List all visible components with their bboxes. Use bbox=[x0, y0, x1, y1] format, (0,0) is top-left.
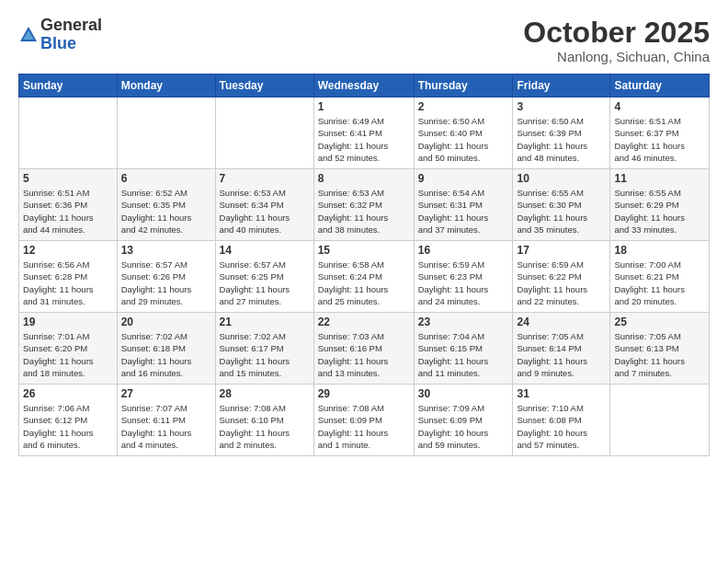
calendar-cell: 31Sunrise: 7:10 AM Sunset: 6:08 PM Dayli… bbox=[513, 385, 610, 456]
day-number: 14 bbox=[220, 244, 310, 257]
day-number: 28 bbox=[220, 387, 310, 400]
day-number: 12 bbox=[23, 244, 113, 257]
calendar-cell: 14Sunrise: 6:57 AM Sunset: 6:25 PM Dayli… bbox=[215, 241, 313, 313]
calendar-cell: 30Sunrise: 7:09 AM Sunset: 6:09 PM Dayli… bbox=[414, 385, 513, 456]
day-info: Sunrise: 6:49 AM Sunset: 6:41 PM Dayligh… bbox=[318, 115, 410, 164]
calendar-cell bbox=[215, 98, 313, 169]
day-number: 29 bbox=[318, 387, 410, 400]
calendar-cell: 4Sunrise: 6:51 AM Sunset: 6:37 PM Daylig… bbox=[610, 98, 710, 169]
day-info: Sunrise: 6:51 AM Sunset: 6:37 PM Dayligh… bbox=[614, 115, 705, 164]
day-number: 24 bbox=[517, 316, 606, 328]
logo: General Blue bbox=[18, 17, 102, 53]
calendar-cell: 29Sunrise: 7:08 AM Sunset: 6:09 PM Dayli… bbox=[313, 385, 414, 456]
calendar-cell: 8Sunrise: 6:53 AM Sunset: 6:32 PM Daylig… bbox=[313, 169, 414, 241]
calendar-cell: 15Sunrise: 6:58 AM Sunset: 6:24 PM Dayli… bbox=[313, 241, 414, 313]
day-info: Sunrise: 6:53 AM Sunset: 6:32 PM Dayligh… bbox=[318, 187, 410, 236]
day-number: 9 bbox=[418, 172, 509, 185]
day-info: Sunrise: 6:52 AM Sunset: 6:35 PM Dayligh… bbox=[121, 187, 211, 236]
day-number: 31 bbox=[517, 387, 606, 400]
weekday-monday: Monday bbox=[117, 75, 215, 98]
day-info: Sunrise: 6:57 AM Sunset: 6:26 PM Dayligh… bbox=[121, 259, 211, 307]
day-info: Sunrise: 7:04 AM Sunset: 6:15 PM Dayligh… bbox=[418, 330, 509, 379]
day-info: Sunrise: 7:01 AM Sunset: 6:20 PM Dayligh… bbox=[23, 330, 113, 379]
logo-icon bbox=[18, 25, 39, 45]
day-info: Sunrise: 6:58 AM Sunset: 6:24 PM Dayligh… bbox=[318, 259, 410, 307]
calendar-cell: 10Sunrise: 6:55 AM Sunset: 6:30 PM Dayli… bbox=[513, 169, 610, 241]
weekday-saturday: Saturday bbox=[610, 75, 710, 98]
day-number: 10 bbox=[517, 172, 606, 185]
calendar-cell: 22Sunrise: 7:03 AM Sunset: 6:16 PM Dayli… bbox=[313, 313, 414, 385]
calendar-week-3: 12Sunrise: 6:56 AM Sunset: 6:28 PM Dayli… bbox=[19, 241, 710, 313]
calendar-week-1: 1Sunrise: 6:49 AM Sunset: 6:41 PM Daylig… bbox=[19, 98, 710, 169]
day-number: 8 bbox=[318, 172, 410, 185]
day-info: Sunrise: 7:03 AM Sunset: 6:16 PM Dayligh… bbox=[318, 330, 410, 379]
day-info: Sunrise: 7:02 AM Sunset: 6:18 PM Dayligh… bbox=[121, 330, 211, 379]
day-info: Sunrise: 6:55 AM Sunset: 6:29 PM Dayligh… bbox=[614, 187, 705, 236]
calendar-cell: 12Sunrise: 6:56 AM Sunset: 6:28 PM Dayli… bbox=[19, 241, 118, 313]
calendar-cell bbox=[117, 98, 215, 169]
calendar-cell: 9Sunrise: 6:54 AM Sunset: 6:31 PM Daylig… bbox=[414, 169, 513, 241]
day-number: 25 bbox=[614, 316, 705, 328]
day-info: Sunrise: 6:55 AM Sunset: 6:30 PM Dayligh… bbox=[517, 187, 606, 236]
calendar-week-4: 19Sunrise: 7:01 AM Sunset: 6:20 PM Dayli… bbox=[19, 313, 710, 385]
day-info: Sunrise: 7:05 AM Sunset: 6:13 PM Dayligh… bbox=[614, 330, 705, 379]
calendar-cell: 28Sunrise: 7:08 AM Sunset: 6:10 PM Dayli… bbox=[215, 385, 313, 456]
day-number: 19 bbox=[23, 316, 113, 328]
title-block: October 2025 Nanlong, Sichuan, China bbox=[523, 17, 710, 64]
day-info: Sunrise: 6:57 AM Sunset: 6:25 PM Dayligh… bbox=[220, 259, 310, 307]
day-number: 18 bbox=[614, 244, 705, 257]
day-number: 1 bbox=[318, 100, 410, 113]
calendar-cell: 13Sunrise: 6:57 AM Sunset: 6:26 PM Dayli… bbox=[117, 241, 215, 313]
calendar-cell: 24Sunrise: 7:05 AM Sunset: 6:14 PM Dayli… bbox=[513, 313, 610, 385]
calendar-cell: 17Sunrise: 6:59 AM Sunset: 6:22 PM Dayli… bbox=[513, 241, 610, 313]
day-info: Sunrise: 6:50 AM Sunset: 6:39 PM Dayligh… bbox=[517, 115, 606, 164]
day-number: 21 bbox=[220, 316, 310, 328]
calendar-cell: 19Sunrise: 7:01 AM Sunset: 6:20 PM Dayli… bbox=[19, 313, 118, 385]
day-number: 13 bbox=[121, 244, 211, 257]
day-number: 23 bbox=[418, 316, 509, 328]
location-title: Nanlong, Sichuan, China bbox=[523, 49, 710, 64]
calendar-cell: 20Sunrise: 7:02 AM Sunset: 6:18 PM Dayli… bbox=[117, 313, 215, 385]
calendar-cell: 18Sunrise: 7:00 AM Sunset: 6:21 PM Dayli… bbox=[610, 241, 710, 313]
day-info: Sunrise: 6:51 AM Sunset: 6:36 PM Dayligh… bbox=[23, 187, 113, 236]
calendar-cell: 26Sunrise: 7:06 AM Sunset: 6:12 PM Dayli… bbox=[19, 385, 118, 456]
weekday-sunday: Sunday bbox=[19, 75, 118, 98]
day-info: Sunrise: 7:00 AM Sunset: 6:21 PM Dayligh… bbox=[614, 259, 705, 307]
day-info: Sunrise: 7:09 AM Sunset: 6:09 PM Dayligh… bbox=[418, 402, 509, 451]
day-number: 27 bbox=[121, 387, 211, 400]
day-number: 3 bbox=[517, 100, 606, 113]
day-info: Sunrise: 7:08 AM Sunset: 6:10 PM Dayligh… bbox=[220, 402, 310, 451]
calendar-cell bbox=[610, 385, 710, 456]
day-info: Sunrise: 7:07 AM Sunset: 6:11 PM Dayligh… bbox=[121, 402, 211, 451]
calendar-cell: 27Sunrise: 7:07 AM Sunset: 6:11 PM Dayli… bbox=[117, 385, 215, 456]
day-number: 16 bbox=[418, 244, 509, 257]
logo-text: General Blue bbox=[40, 17, 102, 53]
calendar-week-2: 5Sunrise: 6:51 AM Sunset: 6:36 PM Daylig… bbox=[19, 169, 710, 241]
weekday-friday: Friday bbox=[513, 75, 610, 98]
day-info: Sunrise: 6:59 AM Sunset: 6:23 PM Dayligh… bbox=[418, 259, 509, 307]
day-number: 15 bbox=[318, 244, 410, 257]
day-number: 20 bbox=[121, 316, 211, 328]
day-info: Sunrise: 6:56 AM Sunset: 6:28 PM Dayligh… bbox=[23, 259, 113, 307]
calendar-cell: 7Sunrise: 6:53 AM Sunset: 6:34 PM Daylig… bbox=[215, 169, 313, 241]
day-number: 30 bbox=[418, 387, 509, 400]
calendar-cell: 11Sunrise: 6:55 AM Sunset: 6:29 PM Dayli… bbox=[610, 169, 710, 241]
calendar-cell bbox=[19, 98, 118, 169]
weekday-thursday: Thursday bbox=[414, 75, 513, 98]
day-info: Sunrise: 6:59 AM Sunset: 6:22 PM Dayligh… bbox=[517, 259, 606, 307]
day-number: 5 bbox=[23, 172, 113, 185]
calendar-table: Sunday Monday Tuesday Wednesday Thursday… bbox=[18, 74, 710, 456]
day-info: Sunrise: 6:53 AM Sunset: 6:34 PM Dayligh… bbox=[220, 187, 310, 236]
day-number: 17 bbox=[517, 244, 606, 257]
day-info: Sunrise: 7:10 AM Sunset: 6:08 PM Dayligh… bbox=[517, 402, 606, 451]
day-number: 6 bbox=[121, 172, 211, 185]
calendar-week-5: 26Sunrise: 7:06 AM Sunset: 6:12 PM Dayli… bbox=[19, 385, 710, 456]
logo-blue: Blue bbox=[40, 35, 102, 53]
calendar-page: General Blue October 2025 Nanlong, Sichu… bbox=[0, 0, 728, 563]
day-info: Sunrise: 7:02 AM Sunset: 6:17 PM Dayligh… bbox=[220, 330, 310, 379]
day-number: 7 bbox=[220, 172, 310, 185]
day-info: Sunrise: 6:54 AM Sunset: 6:31 PM Dayligh… bbox=[418, 187, 509, 236]
calendar-cell: 21Sunrise: 7:02 AM Sunset: 6:17 PM Dayli… bbox=[215, 313, 313, 385]
day-info: Sunrise: 7:08 AM Sunset: 6:09 PM Dayligh… bbox=[318, 402, 410, 451]
calendar-body: 1Sunrise: 6:49 AM Sunset: 6:41 PM Daylig… bbox=[19, 98, 710, 456]
